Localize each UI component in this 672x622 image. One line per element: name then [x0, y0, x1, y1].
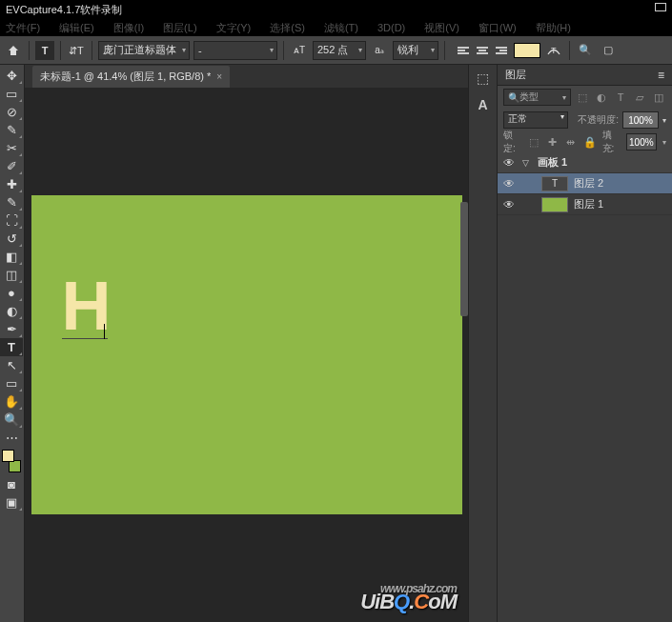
history-panel-icon[interactable]: ⬚ [477, 70, 489, 86]
menu-filter[interactable]: 滤镜(T) [324, 21, 358, 35]
artboard-name: 画板 1 [538, 155, 567, 170]
menu-3d[interactable]: 3D(D) [377, 22, 405, 33]
menu-layer[interactable]: 图层(L) [163, 21, 196, 35]
scrollbar[interactable] [460, 202, 468, 316]
menu-edit[interactable]: 编辑(E) [59, 21, 94, 35]
antialias-select[interactable]: 锐利▾ [393, 41, 438, 60]
text-color-swatch[interactable] [514, 43, 540, 58]
font-style-select[interactable]: -▾ [193, 41, 277, 60]
font-family-select[interactable]: 庞门正道标题体▾ [98, 41, 190, 60]
close-tab-icon[interactable]: × [216, 71, 222, 82]
screen-mode-icon[interactable]: ▣ [0, 493, 23, 512]
visibility-icon[interactable]: 👁 [503, 177, 517, 191]
layer-filter-row: 🔍 类型 ▾ ⬚ ◐ T ▱ ◫ [498, 86, 672, 109]
opacity-label: 不透明度: [578, 113, 619, 127]
menu-image[interactable]: 图像(I) [113, 21, 144, 35]
gradient-tool-icon[interactable]: ◫ [0, 266, 23, 284]
warp-text-icon[interactable]: T [544, 41, 563, 60]
marquee-tool-icon[interactable]: ▭ [0, 85, 23, 103]
opacity-arrow-icon[interactable]: ▾ [662, 116, 666, 125]
tab-label: 未标题-1 @ 41.4% (图层 1, RGB/8) * [40, 70, 211, 84]
text-align-group [455, 42, 510, 59]
rectangle-tool-icon[interactable]: ▭ [0, 374, 23, 392]
fill-arrow-icon[interactable]: ▾ [662, 138, 666, 147]
layer-thumb [541, 197, 568, 212]
fill-input[interactable]: 100% [626, 133, 657, 150]
layer-search[interactable]: 🔍 类型 ▾ [503, 89, 571, 106]
3d-icon[interactable]: ▢ [599, 41, 618, 60]
eraser-tool-icon[interactable]: ◧ [0, 248, 23, 266]
move-tool-icon[interactable]: ✥ [0, 67, 23, 85]
layer-name[interactable]: 图层 2 [574, 176, 603, 191]
filter-smart-icon[interactable]: ◫ [651, 90, 666, 105]
watermark: www.psahz.com UiBQ.CoM [360, 582, 457, 614]
font-size-select[interactable]: 252 点▾ [313, 41, 366, 60]
filter-image-icon[interactable]: ⬚ [575, 90, 590, 105]
options-bar: T ⇵T 庞门正道标题体▾ -▾ ᴀT 252 点▾ aₐ 锐利▾ T 🔍 ▢ [0, 36, 672, 65]
lasso-tool-icon[interactable]: ⊘ [0, 103, 23, 121]
zoom-tool-icon[interactable]: 🔍 [0, 411, 23, 429]
home-icon[interactable] [4, 41, 23, 60]
brush-tool-icon[interactable]: ✎ [0, 193, 23, 211]
foreground-color[interactable] [2, 450, 14, 462]
menu-type[interactable]: 文字(Y) [216, 21, 252, 35]
lock-pixels-icon[interactable]: ⬚ [527, 134, 540, 150]
menu-file[interactable]: 文件(F) [6, 21, 40, 35]
visibility-icon[interactable]: 👁 [503, 156, 517, 170]
opacity-input[interactable]: 100% [622, 111, 659, 129]
expand-icon[interactable]: ▽ [522, 158, 532, 168]
orientation-icon[interactable]: ⇵T [67, 41, 86, 60]
aa-icon: aₐ [370, 41, 389, 60]
quick-select-tool-icon[interactable]: ✎ [0, 121, 23, 139]
healing-tool-icon[interactable]: ✚ [0, 175, 23, 193]
lock-artboard-icon[interactable]: ⇹ [564, 134, 577, 150]
menu-window[interactable]: 窗口(W) [479, 21, 517, 35]
more-tools-icon[interactable]: ⋯ [0, 429, 23, 447]
menu-view[interactable]: 视图(V) [424, 21, 459, 35]
dodge-tool-icon[interactable]: ◐ [0, 302, 23, 320]
stamp-tool-icon[interactable]: ⛶ [0, 211, 23, 230]
filter-adjust-icon[interactable]: ◐ [594, 90, 609, 105]
type-tool-icon[interactable]: T [0, 338, 23, 356]
menu-select[interactable]: 选择(S) [270, 21, 305, 35]
lock-all-icon[interactable]: 🔒 [583, 134, 597, 150]
crop-tool-icon[interactable]: ✂ [0, 139, 23, 157]
lock-position-icon[interactable]: ✚ [546, 134, 559, 150]
workarea: 未标题-1 @ 41.4% (图层 1, RGB/8) * × H www.ps… [25, 65, 468, 622]
blend-mode-select[interactable]: 正常▾ [503, 111, 568, 129]
panel-menu-icon[interactable]: ≡ [658, 69, 664, 82]
history-brush-icon[interactable]: ↺ [0, 230, 23, 248]
layers-panel-tab[interactable]: 图层 ≡ [498, 65, 672, 86]
layers-list: 👁 ▽ 画板 1 👁 T 图层 2 👁 图层 1 [498, 152, 672, 622]
lock-label: 锁定: [503, 129, 521, 155]
align-center-icon[interactable] [474, 42, 491, 59]
layer-row[interactable]: 👁 图层 1 [498, 194, 672, 215]
hand-tool-icon[interactable]: ✋ [0, 392, 23, 411]
layer-name[interactable]: 图层 1 [574, 197, 603, 211]
eyedropper-tool-icon[interactable]: ✐ [0, 157, 23, 175]
align-right-icon[interactable] [493, 42, 510, 59]
canvas-wrap[interactable]: H [25, 88, 468, 622]
window-controls [655, 3, 666, 11]
document-tab[interactable]: 未标题-1 @ 41.4% (图层 1, RGB/8) * × [32, 66, 230, 88]
filter-shape-icon[interactable]: ▱ [632, 90, 647, 105]
visibility-icon[interactable]: 👁 [503, 198, 517, 211]
canvas[interactable]: H [31, 195, 462, 514]
type-tool-icon[interactable]: T [35, 41, 54, 60]
toolbar: ✥ ▭ ⊘ ✎ ✂ ✐ ✚ ✎ ⛶ ↺ ◧ ◫ ● ◐ ✒ T ↖ ▭ ✋ 🔍 … [0, 65, 25, 622]
blur-tool-icon[interactable]: ● [0, 284, 23, 302]
artboard-row[interactable]: 👁 ▽ 画板 1 [498, 152, 672, 173]
layer-row[interactable]: 👁 T 图层 2 [498, 173, 672, 194]
pen-tool-icon[interactable]: ✒ [0, 320, 23, 338]
svg-text:T: T [551, 46, 557, 55]
document-tabs: 未标题-1 @ 41.4% (图层 1, RGB/8) * × [25, 65, 468, 88]
character-panel-icon[interactable]: A [478, 97, 487, 112]
grid-icon[interactable] [655, 3, 666, 11]
path-select-icon[interactable]: ↖ [0, 356, 23, 374]
align-left-icon[interactable] [455, 42, 472, 59]
quickmask-icon[interactable]: ◙ [0, 475, 23, 493]
menu-help[interactable]: 帮助(H) [536, 21, 571, 35]
color-picker[interactable] [0, 450, 23, 472]
filter-type-icon[interactable]: T [613, 90, 628, 105]
character-panel-icon[interactable]: 🔍 [576, 41, 595, 60]
